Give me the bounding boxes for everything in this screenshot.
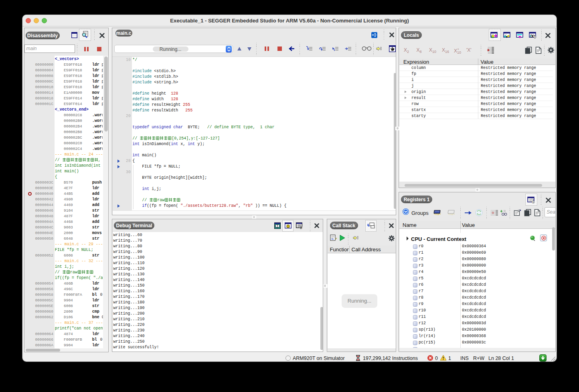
svg-text:1: 1 xyxy=(532,200,534,203)
